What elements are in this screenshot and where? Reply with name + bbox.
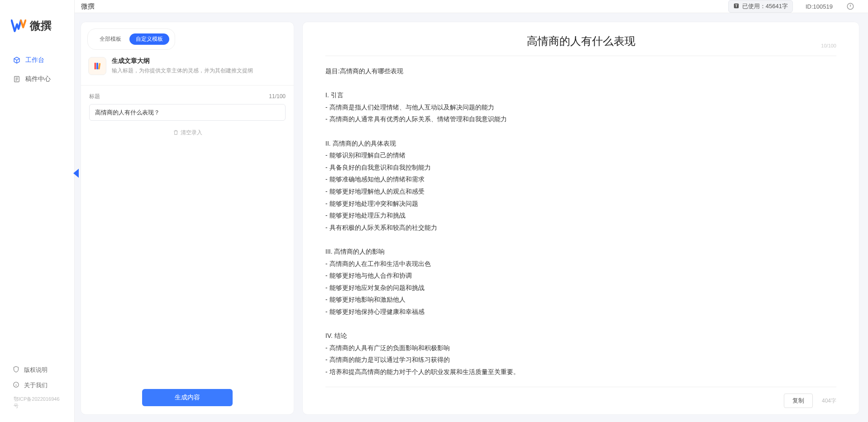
icp-text: 鄂ICP备2022016946号 — [5, 393, 70, 412]
template-card: 生成文章大纲 输入标题，为你提供文章主体的灵感，并为其创建推文提纲 — [81, 50, 294, 82]
info-icon — [13, 381, 19, 389]
nav-drafts[interactable]: 稿件中心 — [5, 71, 70, 88]
logo[interactable]: 微撰 — [0, 14, 74, 47]
output-title-counter: 10/100 — [821, 43, 836, 48]
output-title: 高情商的人有什么表现 — [325, 34, 836, 48]
document-icon — [13, 75, 21, 83]
footer-copyright[interactable]: 版权说明 — [5, 362, 70, 378]
panel-right: 高情商的人有什么表现 10/100 题目:高情商的人有哪些表现 I. 引言 - … — [303, 22, 859, 414]
output-body[interactable]: 题目:高情商的人有哪些表现 I. 引言 - 高情商是指人们处理情绪、与他人互动以… — [303, 56, 859, 387]
title-label: 标题 — [89, 93, 100, 100]
title-input[interactable] — [89, 104, 286, 121]
footer-label: 版权说明 — [24, 366, 48, 374]
sidebar: 微撰 工作台 稿件中心 版权说明 — [0, 0, 75, 422]
divider — [81, 85, 294, 85]
nav-label: 工作台 — [25, 56, 44, 64]
power-icon[interactable] — [845, 1, 855, 11]
template-title: 生成文章大纲 — [112, 57, 253, 65]
sidebar-footer: 版权说明 关于我们 鄂ICP备2022016946号 — [0, 358, 74, 417]
template-desc: 输入标题，为你提供文章主体的灵感，并为其创建推文提纲 — [112, 67, 253, 75]
collapse-handle[interactable] — [73, 169, 79, 178]
svg-text:T: T — [735, 4, 737, 8]
word-count: 404字 — [822, 397, 836, 405]
main: 微撰 T 已使用：45641字 ID:100519 全部模板 — [75, 0, 868, 422]
clear-input-button[interactable]: 清空录入 — [89, 121, 286, 145]
template-tabs: 全部模板 自定义模板 — [87, 28, 175, 50]
svg-rect-6 — [96, 63, 98, 70]
svg-rect-7 — [98, 63, 101, 69]
nav-label: 稿件中心 — [25, 75, 51, 83]
title-counter: 11/100 — [269, 93, 286, 100]
clear-label: 清空录入 — [181, 129, 202, 137]
usage-chip[interactable]: T 已使用：45641字 — [728, 0, 793, 13]
copy-button[interactable]: 复制 — [784, 394, 813, 408]
trash-icon — [173, 129, 179, 137]
output-header: 高情商的人有什么表现 10/100 — [303, 22, 859, 53]
nav: 工作台 稿件中心 — [0, 47, 74, 358]
panel-left: 全部模板 自定义模板 生成文章大纲 输入标题，为你提供文章主体的灵感，并为其创建… — [81, 22, 294, 414]
logo-icon — [11, 18, 26, 33]
header: 微撰 T 已使用：45641字 ID:100519 — [75, 0, 868, 13]
footer-about[interactable]: 关于我们 — [5, 378, 70, 393]
form-section: 标题 11/100 清空录入 — [81, 90, 294, 147]
tab-all-templates[interactable]: 全部模板 — [93, 33, 128, 45]
footer-label: 关于我们 — [24, 381, 48, 389]
tab-custom-templates[interactable]: 自定义模板 — [129, 33, 169, 45]
nav-workspace[interactable]: 工作台 — [5, 52, 70, 69]
usage-text: 已使用：45641字 — [742, 2, 788, 10]
content: 全部模板 自定义模板 生成文章大纲 输入标题，为你提供文章主体的灵感，并为其创建… — [75, 13, 868, 422]
output-footer: 复制 404字 — [325, 387, 836, 414]
svg-rect-5 — [95, 63, 96, 70]
user-id: ID:100519 — [806, 3, 833, 10]
books-icon — [88, 57, 106, 75]
brand-name: 微撰 — [30, 19, 52, 33]
page-title: 微撰 — [81, 2, 95, 11]
text-icon: T — [733, 3, 739, 10]
generate-button[interactable]: 生成内容 — [142, 389, 233, 406]
shield-icon — [13, 366, 19, 374]
cube-icon — [13, 56, 21, 64]
